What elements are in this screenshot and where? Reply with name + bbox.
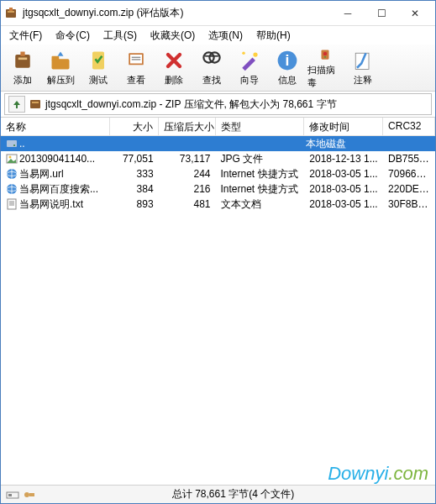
col-crc-header[interactable]: CRC32 (383, 118, 435, 135)
view-button[interactable]: 查看 (118, 46, 155, 90)
titlebar: jtgsqcxlt_downyi.com.zip (评估版本) ─ ☐ ✕ (1, 1, 435, 26)
col-date-header[interactable]: 修改时间 (304, 118, 383, 135)
table-row[interactable]: 201309041140...77,05173,117JPG 文件2018-12… (1, 151, 435, 166)
scan-button[interactable]: 扫描病毒 (307, 46, 344, 90)
comment-button[interactable]: 注释 (344, 46, 381, 90)
up-button[interactable] (8, 96, 25, 113)
col-type-header[interactable]: 类型 (216, 118, 305, 135)
svg-rect-35 (8, 199, 16, 209)
info-button[interactable]: i信息 (269, 46, 306, 90)
svg-rect-3 (15, 55, 30, 68)
table-row[interactable]: 当易网.url333244Internet 快捷方式2018-03-05 1..… (1, 166, 435, 181)
archive-icon (29, 97, 42, 111)
delete-button[interactable]: 删除 (155, 46, 192, 90)
svg-rect-6 (52, 59, 70, 69)
svg-rect-5 (20, 52, 24, 56)
svg-point-21 (323, 51, 328, 55)
file-grid: 名称 大小 压缩后大小 类型 修改时间 CRC32 ..本地磁盘20130904… (1, 117, 435, 212)
menu-favorites[interactable]: 收藏夹(O) (145, 27, 200, 45)
toolbar: 添加 解压到 测试 查看 删除 查找 向导 i信息 扫描病毒 注释 (1, 45, 435, 92)
table-row[interactable]: 当易网百度搜索...384216Internet 快捷方式2018-03-05 … (1, 181, 435, 197)
menu-help[interactable]: 帮助(H) (251, 27, 296, 45)
col-name-header[interactable]: 名称 (1, 118, 110, 135)
minimize-button[interactable]: ─ (331, 2, 365, 25)
svg-point-41 (24, 492, 29, 497)
menu-file[interactable]: 文件(F) (4, 27, 47, 45)
status-icon-2 (23, 490, 36, 500)
svg-point-26 (13, 144, 15, 146)
menu-tools[interactable]: 工具(S) (98, 27, 142, 45)
svg-rect-12 (132, 59, 141, 60)
menu-command[interactable]: 命令(C) (50, 27, 95, 45)
svg-rect-1 (8, 11, 14, 13)
svg-rect-25 (7, 140, 17, 147)
find-button[interactable]: 查找 (193, 46, 230, 90)
maximize-button[interactable]: ☐ (365, 2, 398, 25)
svg-point-16 (253, 52, 257, 56)
statusbar: 总计 78,661 字节(4 个文件) (1, 485, 435, 503)
wizard-button[interactable]: 向导 (231, 46, 268, 90)
menubar: 文件(F) 命令(C) 工具(S) 收藏夹(O) 选项(N) 帮助(H) (1, 26, 435, 45)
svg-rect-4 (18, 58, 28, 60)
extract-button[interactable]: 解压到 (42, 46, 79, 90)
svg-rect-23 (30, 100, 40, 108)
close-button[interactable]: ✕ (398, 2, 432, 25)
svg-point-28 (9, 156, 12, 159)
grid-header: 名称 大小 压缩后大小 类型 修改时间 CRC32 (1, 118, 435, 136)
col-packed-header[interactable]: 压缩后大小 (159, 118, 216, 135)
svg-rect-11 (132, 57, 141, 58)
test-button[interactable]: 测试 (80, 46, 117, 90)
status-text: 总计 78,661 字节(4 个文件) (36, 487, 430, 501)
svg-rect-7 (52, 56, 60, 60)
svg-rect-2 (9, 8, 13, 11)
window-title: jtgsqcxlt_downyi.com.zip (评估版本) (23, 6, 331, 20)
svg-rect-42 (29, 493, 34, 496)
watermark: Downyi.com (328, 463, 428, 485)
svg-text:i: i (286, 52, 290, 69)
status-icon-1 (6, 490, 19, 500)
svg-rect-24 (32, 102, 39, 103)
pathbar-text: jtgsqcxlt_downyi.com.zip - ZIP 压缩文件, 解包大… (45, 97, 337, 112)
menu-options[interactable]: 选项(N) (203, 27, 248, 45)
table-row[interactable]: 当易网说明.txt893481文本文档2018-03-05 1...30F8B8… (1, 197, 435, 212)
add-button[interactable]: 添加 (4, 46, 41, 90)
pathbar[interactable]: jtgsqcxlt_downyi.com.zip - ZIP 压缩文件, 解包大… (4, 93, 432, 115)
svg-rect-40 (8, 494, 12, 496)
svg-point-17 (242, 52, 245, 55)
parent-row[interactable]: ..本地磁盘 (1, 136, 435, 151)
col-size-header[interactable]: 大小 (110, 118, 159, 135)
app-icon (4, 7, 18, 20)
